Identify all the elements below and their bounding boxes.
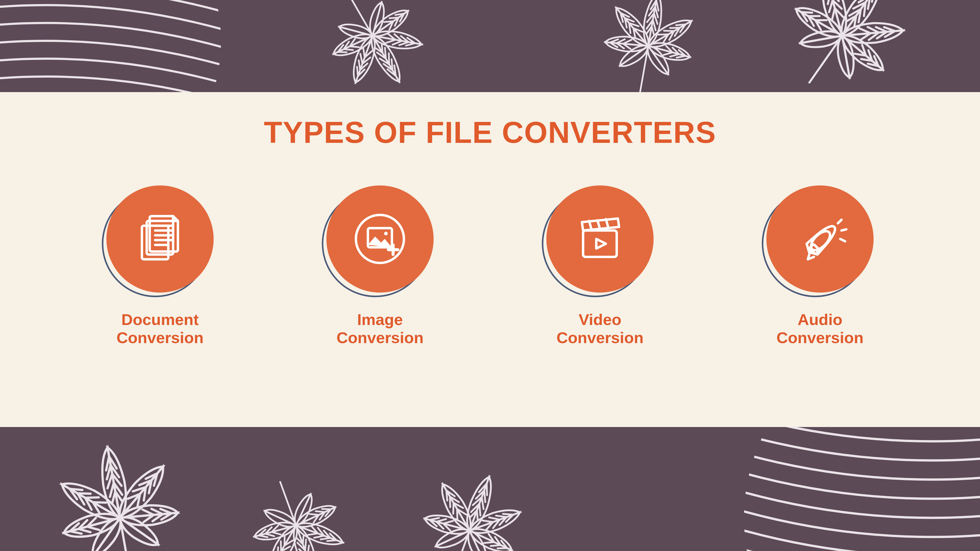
page-title: TYPES OF FILE CONVERTERS (264, 115, 716, 150)
item-label: Audio Conversion (776, 310, 863, 347)
badge (107, 186, 213, 292)
video-icon (570, 209, 630, 269)
item-image-conversion: Image Conversion (281, 186, 479, 347)
badge (326, 186, 434, 292)
svg-point-48 (356, 215, 404, 263)
item-video-conversion: Video Conversion (501, 186, 699, 347)
document-icon (130, 209, 190, 269)
svg-point-50 (384, 232, 388, 235)
image-icon (350, 209, 410, 269)
svg-rect-53 (583, 230, 617, 257)
item-label: Document Conversion (116, 310, 204, 347)
svg-line-61 (840, 239, 845, 241)
svg-line-60 (842, 229, 846, 230)
decor-leaf (17, 414, 224, 551)
badge (546, 186, 654, 292)
item-label: Video Conversion (556, 310, 643, 347)
audio-icon (790, 209, 850, 269)
item-audio-conversion: Audio Conversion (721, 186, 919, 347)
decor-leaf (211, 441, 381, 551)
svg-line-59 (838, 220, 842, 223)
item-label: Image Conversion (336, 310, 423, 347)
badge (767, 186, 873, 292)
content-banner: TYPES OF FILE CONVERTERS (0, 92, 980, 427)
svg-line-55 (598, 221, 600, 229)
decor-leaf (378, 439, 561, 551)
converter-types-row: Document Conversion (39, 186, 941, 347)
item-document-conversion: Document Conversion (61, 186, 259, 347)
